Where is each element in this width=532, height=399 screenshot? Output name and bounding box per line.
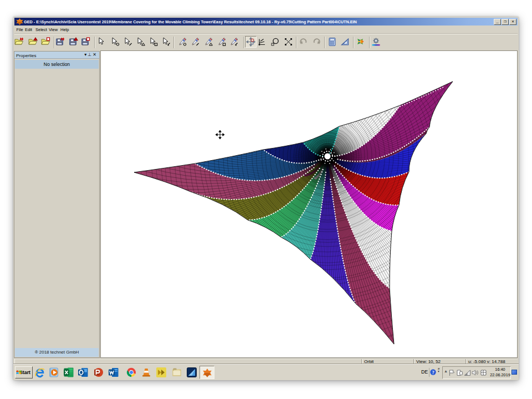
- svg-text:?: ?: [432, 370, 434, 375]
